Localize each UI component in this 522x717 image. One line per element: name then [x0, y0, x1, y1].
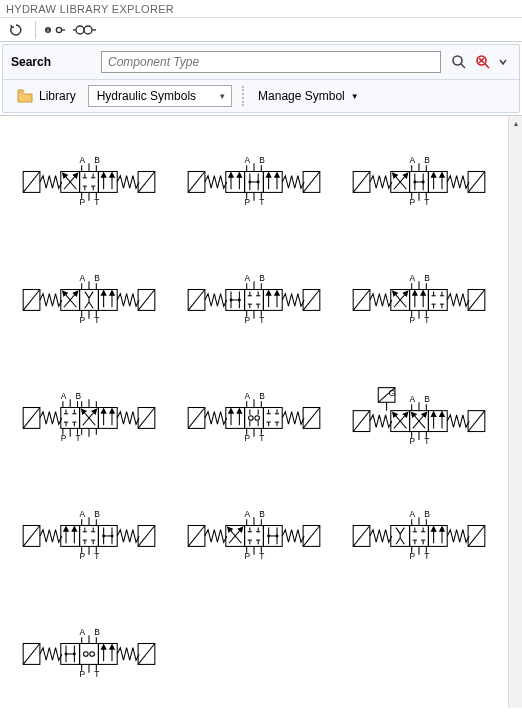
symbol-item[interactable]: A B P T	[171, 478, 336, 596]
svg-text:A: A	[410, 155, 416, 165]
library-toolbar: Library Hydraulic Symbols ▾ Manage Symbo…	[3, 79, 519, 112]
refresh-icon	[9, 23, 23, 37]
svg-text:P: P	[410, 197, 416, 207]
svg-text:B: B	[425, 509, 431, 519]
svg-point-106	[89, 652, 94, 657]
svg-text:B: B	[259, 155, 265, 165]
svg-text:P: P	[245, 433, 251, 443]
symbol-category-dropdown[interactable]: Hydraulic Symbols ▾	[88, 85, 232, 107]
svg-point-38	[84, 26, 92, 34]
symbol-item[interactable]: G A B P T	[337, 360, 502, 478]
series-mode-button[interactable]	[73, 20, 97, 40]
search-clear-icon	[475, 54, 491, 70]
svg-text:T: T	[259, 315, 264, 325]
symbol-item[interactable]: A B P T	[337, 242, 502, 360]
svg-text:A: A	[245, 155, 251, 165]
svg-line-44	[485, 64, 489, 68]
svg-text:T: T	[259, 551, 264, 561]
search-panel: Search	[2, 44, 520, 113]
svg-text:T: T	[425, 315, 430, 325]
svg-point-37	[76, 26, 84, 34]
svg-text:B: B	[425, 273, 431, 283]
symbol-item[interactable]: A B P T	[6, 124, 171, 242]
svg-text:B: B	[75, 391, 81, 401]
svg-point-35	[56, 27, 61, 32]
title-text: HYDRAW LIBRARY EXPLORER	[6, 3, 174, 15]
svg-point-76	[255, 416, 260, 421]
svg-text:B: B	[425, 394, 431, 404]
svg-text:B: B	[94, 509, 100, 519]
svg-text:A: A	[410, 509, 416, 519]
svg-text:T: T	[94, 551, 99, 561]
svg-line-42	[461, 64, 465, 68]
svg-text:P: P	[245, 315, 251, 325]
svg-text:B: B	[94, 155, 100, 165]
svg-text:P: P	[79, 551, 85, 561]
svg-point-105	[83, 652, 88, 657]
symbol-item[interactable]: A B P T	[171, 242, 336, 360]
symbol-item[interactable]: A B P T	[6, 242, 171, 360]
svg-text:T: T	[94, 315, 99, 325]
svg-text:A: A	[79, 273, 85, 283]
svg-text:P: P	[245, 197, 251, 207]
double-circle-icon	[73, 24, 97, 36]
folder-icon	[17, 89, 33, 103]
manage-symbol-button[interactable]: Manage Symbol ▼	[254, 87, 363, 105]
symbol-item[interactable]: A B P T	[6, 478, 171, 596]
search-icon	[451, 54, 467, 70]
svg-text:A: A	[79, 509, 85, 519]
toolbar-separator	[242, 86, 244, 106]
chevron-up-icon: ▴	[514, 119, 518, 128]
svg-text:A: A	[79, 155, 85, 165]
symbol-item[interactable]: A B P T	[337, 478, 502, 596]
svg-text:T: T	[425, 551, 430, 561]
scroll-up-button[interactable]: ▴	[509, 116, 522, 130]
vertical-scrollbar[interactable]: ▴	[508, 116, 522, 708]
symbol-item[interactable]: A B P T	[6, 596, 171, 708]
search-input[interactable]	[101, 51, 441, 73]
svg-text:T: T	[259, 433, 264, 443]
svg-text:A: A	[60, 391, 66, 401]
svg-text:T: T	[75, 433, 80, 443]
svg-text:B: B	[259, 509, 265, 519]
symbol-item[interactable]: A B P T	[6, 360, 171, 478]
svg-text:P: P	[79, 669, 85, 679]
svg-text:B: B	[259, 391, 265, 401]
svg-text:P: P	[410, 436, 416, 446]
main-toolbar	[0, 18, 522, 42]
search-label: Search	[11, 55, 91, 69]
search-button[interactable]	[451, 54, 467, 70]
svg-text:P: P	[60, 433, 66, 443]
svg-text:A: A	[245, 509, 251, 519]
library-label: Library	[39, 89, 76, 103]
svg-text:P: P	[79, 315, 85, 325]
svg-point-41	[453, 56, 462, 65]
caret-down-icon: ▼	[351, 92, 359, 101]
svg-text:A: A	[245, 391, 251, 401]
svg-text:P: P	[410, 551, 416, 561]
svg-text:T: T	[94, 197, 99, 207]
svg-text:B: B	[425, 155, 431, 165]
link-mode-button[interactable]	[43, 20, 67, 40]
manage-symbol-label: Manage Symbol	[258, 89, 345, 103]
symbol-item[interactable]: A B P T	[171, 360, 336, 478]
svg-text:B: B	[259, 273, 265, 283]
toolbar-separator	[35, 21, 36, 39]
search-options-button[interactable]	[499, 54, 507, 70]
svg-text:B: B	[94, 627, 100, 637]
svg-text:P: P	[245, 551, 251, 561]
symbol-item[interactable]: A B P T	[337, 124, 502, 242]
clear-search-button[interactable]	[475, 54, 491, 70]
symbol-grid: A B P T A B P T	[0, 116, 508, 708]
svg-text:P: P	[79, 197, 85, 207]
chevron-down-icon: ▾	[220, 91, 225, 101]
library-button[interactable]: Library	[11, 87, 82, 105]
content-area: A B P T A B P T	[0, 115, 522, 708]
symbol-item[interactable]: A B P T	[171, 124, 336, 242]
svg-text:T: T	[425, 436, 430, 446]
refresh-button[interactable]	[4, 20, 28, 40]
svg-text:B: B	[94, 273, 100, 283]
svg-text:A: A	[410, 273, 416, 283]
svg-text:T: T	[259, 197, 264, 207]
svg-text:A: A	[79, 627, 85, 637]
